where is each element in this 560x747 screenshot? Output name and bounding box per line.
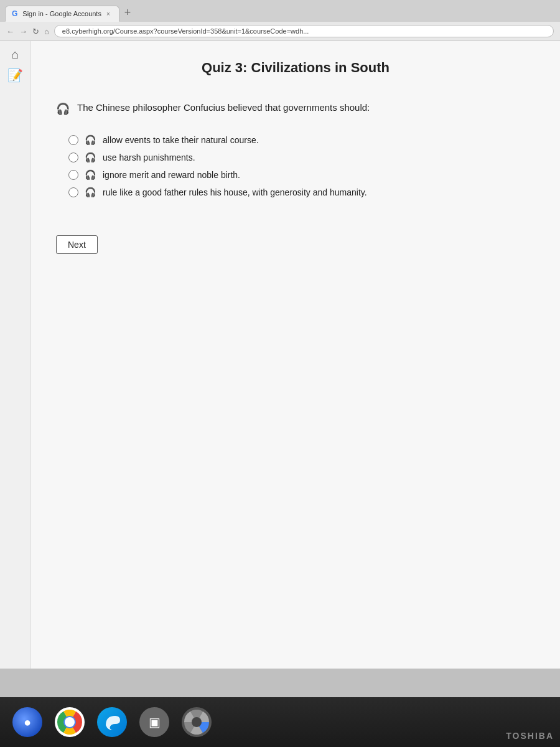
options-list: 🎧 allow events to take their natural cou…: [68, 134, 535, 198]
new-tab-button[interactable]: +: [122, 4, 134, 22]
page-wrapper: ⌂ 📝 Quiz 3: Civilizations in South 🎧 The…: [0, 41, 560, 669]
option-4-audio-icon[interactable]: 🎧: [85, 187, 96, 198]
tab-sign-in[interactable]: G Sign in - Google Accounts ×: [5, 6, 119, 22]
option-4-label: rule like a good father rules his house,…: [103, 187, 367, 197]
option-4-radio[interactable]: [68, 187, 78, 197]
secondary-chrome-icon[interactable]: [182, 707, 212, 737]
quiz-content: Quiz 3: Civilizations in South 🎧 The Chi…: [31, 41, 560, 669]
start-orb[interactable]: ●: [12, 707, 42, 737]
reload-button[interactable]: ↻: [32, 27, 39, 36]
quiz-title: Quiz 3: Civilizations in South: [56, 60, 535, 76]
option-2: 🎧 use harsh punishments.: [68, 152, 535, 163]
close-tab-icon[interactable]: ×: [106, 11, 110, 17]
taskbar: ● ▣ T: [0, 697, 560, 747]
svg-point-2: [65, 717, 75, 727]
option-2-audio-icon[interactable]: 🎧: [85, 152, 96, 163]
question-text: The Chinese philosopher Confucius believ…: [77, 101, 370, 115]
option-1-label: allow events to take their natural cours…: [103, 135, 259, 145]
tab-label: Sign in - Google Accounts: [22, 10, 101, 17]
google-favicon: G: [12, 9, 17, 18]
option-3-audio-icon[interactable]: 🎧: [85, 169, 96, 181]
home-icon[interactable]: ⌂: [11, 47, 19, 62]
next-button[interactable]: Next: [56, 235, 98, 254]
option-3: 🎧 ignore merit and reward noble birth.: [68, 169, 535, 181]
option-1-radio[interactable]: [68, 135, 78, 145]
svg-point-4: [192, 717, 202, 727]
option-3-label: ignore merit and reward noble birth.: [103, 170, 240, 180]
question-area: 🎧 The Chinese philosopher Confucius beli…: [56, 101, 535, 116]
question-audio-icon[interactable]: 🎧: [56, 102, 70, 116]
option-1: 🎧 allow events to take their natural cou…: [68, 134, 535, 146]
option-3-radio[interactable]: [68, 170, 78, 180]
address-bar-row: ← → ↻ ⌂ e8.cyberhigh.org/Course.aspx?cou…: [0, 22, 560, 41]
notes-icon[interactable]: 📝: [7, 68, 23, 83]
left-toolbar: ⌂ 📝: [0, 41, 31, 669]
option-4: 🎧 rule like a good father rules his hous…: [68, 187, 535, 198]
file-icon[interactable]: ▣: [139, 707, 169, 737]
chrome-icon[interactable]: [55, 707, 85, 737]
back-button[interactable]: ←: [6, 27, 14, 36]
option-2-radio[interactable]: [68, 153, 78, 162]
edge-icon[interactable]: [97, 707, 127, 737]
home-button[interactable]: ⌂: [44, 27, 49, 36]
option-1-audio-icon[interactable]: 🎧: [85, 134, 96, 146]
browser-chrome: G Sign in - Google Accounts × + ← → ↻ ⌂ …: [0, 0, 560, 41]
forward-button[interactable]: →: [19, 27, 27, 36]
option-2-label: use harsh punishments.: [103, 153, 195, 162]
toshiba-brand: TOSHIBA: [506, 731, 554, 741]
tab-bar: G Sign in - Google Accounts × +: [0, 0, 560, 22]
address-bar[interactable]: e8.cyberhigh.org/Course.aspx?courseVersi…: [54, 25, 554, 37]
